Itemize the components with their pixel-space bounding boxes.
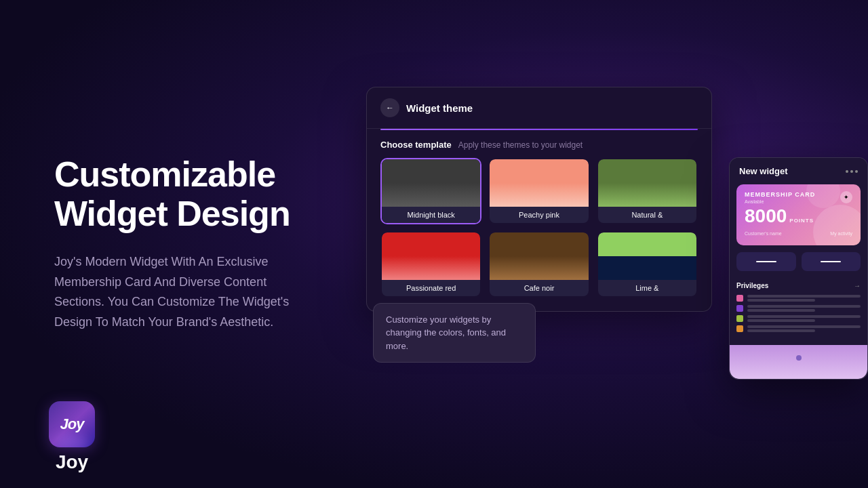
theme-card-cafe[interactable]: Cafe noir	[488, 231, 589, 298]
mc-customer-name: Customer's name	[745, 231, 782, 236]
left-section: Customizable Widget Design Joy's Modern …	[0, 115, 353, 373]
back-button[interactable]: ←	[380, 98, 399, 117]
mc-points: 8000	[745, 207, 787, 226]
priv-line-4a	[747, 325, 861, 328]
theme-name-red: Passionate red	[382, 280, 480, 296]
priv-icon-3	[736, 315, 743, 322]
theme-swatch-natural	[598, 159, 696, 207]
theme-swatch-midnight	[382, 159, 480, 207]
nw-title: New widget	[739, 166, 788, 176]
priv-line-3a	[747, 315, 861, 318]
privilege-item-1	[736, 295, 861, 302]
priv-line-2b	[747, 309, 815, 312]
sub-text: Joy's Modern Widget With An Exclusive Me…	[54, 252, 312, 333]
theme-grid: Midnight black Peachy pink Natural & Pas…	[367, 158, 711, 298]
theme-swatch-cafe	[490, 232, 588, 280]
nw-header: New widget	[730, 158, 867, 184]
choose-template-label: Choose template	[380, 140, 452, 150]
priv-line-3b	[747, 319, 815, 322]
right-section: ← Widget theme Choose template Apply the…	[353, 0, 868, 488]
privilege-item-2	[736, 305, 861, 312]
membership-card: ✦ MEMBERSHIP CARD Available 8000 POINTS …	[736, 184, 861, 245]
theme-card-lime[interactable]: Lime &	[597, 231, 698, 298]
choose-template-sub: Apply these themes to your widget	[458, 140, 583, 150]
theme-card-natural[interactable]: Natural &	[597, 158, 698, 224]
theme-name-midnight: Midnight black	[382, 207, 480, 223]
priv-lines-4	[747, 325, 861, 332]
priv-lines-2	[747, 305, 861, 312]
tooltip-text: Customize your widgets by changing the c…	[386, 313, 523, 353]
priv-line-4b	[747, 329, 815, 332]
priv-lines-1	[747, 295, 861, 302]
tooltip-box: Customize your widgets by changing the c…	[373, 303, 536, 363]
panel-title: Widget theme	[406, 102, 473, 114]
nw-dots	[846, 170, 858, 173]
priv-lines-3	[747, 315, 861, 322]
choose-template-row: Choose template Apply these themes to yo…	[367, 130, 711, 158]
bp-dot	[796, 355, 802, 361]
priv-line-1a	[747, 295, 861, 298]
privileges-title: Privileges	[736, 282, 768, 289]
action-btns-row	[730, 252, 867, 277]
bottom-preview	[730, 345, 867, 379]
theme-name-peachy: Peachy pink	[490, 207, 588, 223]
nw-dot-2	[850, 170, 853, 173]
priv-line-2a	[747, 305, 861, 308]
theme-swatch-lime	[598, 232, 696, 280]
theme-swatch-red	[382, 232, 480, 280]
action-btn-1[interactable]	[736, 252, 796, 271]
theme-card-peachy[interactable]: Peachy pink	[488, 158, 589, 224]
privileges-arrow: →	[854, 282, 861, 289]
privilege-item-4	[736, 325, 861, 332]
theme-card-midnight[interactable]: Midnight black	[380, 158, 481, 224]
action-btn-line-2	[821, 261, 841, 262]
priv-icon-1	[736, 295, 743, 302]
privileges-section: Privileges →	[730, 277, 867, 341]
privileges-header: Privileges →	[736, 282, 861, 289]
mc-points-label: POINTS	[789, 218, 814, 224]
nw-dot-1	[846, 170, 848, 173]
widget-theme-panel: ← Widget theme Choose template Apply the…	[366, 87, 712, 312]
new-widget-panel: New widget ✦ MEMBERSHIP CARD Available 8…	[729, 157, 868, 380]
theme-card-red[interactable]: Passionate red	[380, 231, 481, 298]
theme-swatch-peachy	[490, 159, 588, 207]
main-heading: Customizable Widget Design	[54, 155, 312, 232]
joy-icon-text: Joy	[60, 415, 84, 433]
nw-dot-3	[855, 170, 858, 173]
priv-icon-2	[736, 305, 743, 312]
action-btn-2[interactable]	[802, 252, 861, 271]
priv-icon-4	[736, 325, 743, 332]
theme-name-lime: Lime &	[598, 280, 696, 296]
action-btn-line-1	[756, 261, 776, 262]
theme-name-cafe: Cafe noir	[490, 280, 588, 296]
theme-name-natural: Natural &	[598, 207, 696, 223]
mc-icon: ✦	[840, 191, 852, 203]
priv-line-1b	[747, 299, 815, 302]
panel-header: ← Widget theme	[367, 87, 711, 129]
privilege-item-3	[736, 315, 861, 322]
